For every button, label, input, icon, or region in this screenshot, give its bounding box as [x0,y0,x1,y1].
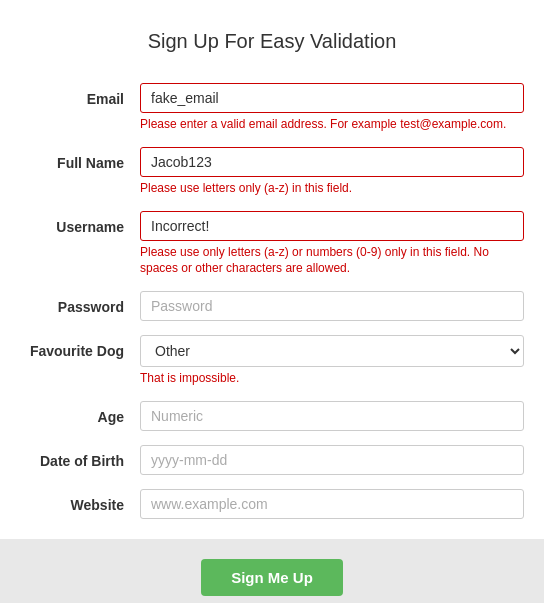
age-input[interactable] [140,401,524,431]
password-field-wrapper [140,291,524,321]
username-field-wrapper: Please use only letters (a-z) or numbers… [140,211,524,278]
fullname-field-wrapper: Please use letters only (a-z) in this fi… [140,147,524,197]
age-field-wrapper [140,401,524,431]
password-input[interactable] [140,291,524,321]
form-container: Sign Up For Easy Validation Email Please… [0,0,544,603]
form-footer: Sign Me Up [0,539,544,603]
email-error: Please enter a valid email address. For … [140,116,524,133]
email-input[interactable] [140,83,524,113]
favouritedog-error: That is impossible. [140,370,524,387]
fullname-input[interactable] [140,147,524,177]
email-label: Email [20,83,140,107]
submit-button[interactable]: Sign Me Up [201,559,343,596]
dob-row: Date of Birth [20,445,524,475]
website-row: Website [20,489,524,519]
password-row: Password [20,291,524,321]
username-error: Please use only letters (a-z) or numbers… [140,244,524,278]
email-field-wrapper: Please enter a valid email address. For … [140,83,524,133]
dob-field-wrapper [140,445,524,475]
website-field-wrapper [140,489,524,519]
username-row: Username Please use only letters (a-z) o… [20,211,524,278]
favouritedog-row: Favourite Dog Labrador Poodle Bulldog Be… [20,335,524,387]
dob-label: Date of Birth [20,445,140,469]
dob-input[interactable] [140,445,524,475]
username-input[interactable] [140,211,524,241]
website-input[interactable] [140,489,524,519]
favouritedog-select[interactable]: Labrador Poodle Bulldog Beagle Other [140,335,524,367]
email-row: Email Please enter a valid email address… [20,83,524,133]
page-title: Sign Up For Easy Validation [0,20,544,63]
age-row: Age [20,401,524,431]
fullname-row: Full Name Please use letters only (a-z) … [20,147,524,197]
age-label: Age [20,401,140,425]
username-label: Username [20,211,140,235]
favouritedog-label: Favourite Dog [20,335,140,359]
form-body: Email Please enter a valid email address… [0,83,544,519]
favouritedog-field-wrapper: Labrador Poodle Bulldog Beagle Other Tha… [140,335,524,387]
password-label: Password [20,291,140,315]
website-label: Website [20,489,140,513]
fullname-label: Full Name [20,147,140,171]
fullname-error: Please use letters only (a-z) in this fi… [140,180,524,197]
